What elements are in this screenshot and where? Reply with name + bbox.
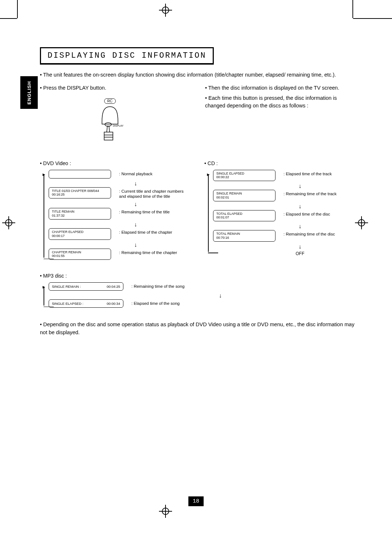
osd-box: TOTAL ELAPSED00:01:07 — [213, 210, 275, 222]
osd-desc: Elapsed time of the chapter — [119, 228, 172, 235]
crop-mark — [17, 0, 18, 18]
arrow-down-icon: ↓ — [244, 183, 356, 189]
loop-arrow-icon: ► — [40, 282, 49, 310]
osd-desc: Current title and chapter numbers and el… — [119, 187, 188, 200]
off-label: OFF — [244, 251, 356, 256]
remote-hand-icon: DISPLAY — [95, 104, 135, 147]
crop-mark — [353, 18, 392, 19]
arrow-down-icon: ↓ — [80, 242, 191, 248]
arrow-down-icon: ↓ — [244, 244, 356, 250]
osd-desc: Normal playback — [119, 170, 152, 177]
dvd-video-label: • DVD Video : — [40, 160, 191, 166]
osd-desc: Remaining time of the title — [119, 208, 170, 215]
remote-figure: RC DISPLAY — [95, 97, 135, 147]
section-title: DISPLAYING DISC INFORMATION — [40, 47, 214, 65]
arrow-down-icon: ↓ — [244, 204, 356, 209]
osd-box: TITLE 01/03 CHAPTER 008/04400:16:25 — [49, 187, 111, 199]
page-number: 18 — [188, 496, 204, 506]
osd-desc: Remaining time of the chapter — [119, 249, 177, 255]
osd-desc: Elapsed time of the disc — [283, 210, 330, 217]
cd-label: • CD : — [204, 160, 356, 166]
osd-box — [49, 170, 111, 179]
osd-desc: Elapsed time of the song — [131, 299, 180, 306]
crop-mark — [352, 0, 353, 18]
osd-box: CHAPTER ELAPSED00:00:17 — [49, 228, 111, 240]
arrow-down-icon: ↓ — [80, 201, 191, 207]
osd-desc: Remaining time of the disc — [283, 230, 335, 237]
crop-mark — [0, 18, 17, 19]
osd-box: SINGLE ELAPSED00:00:22 — [213, 170, 275, 181]
osd-box: SINGLE REMAIN :00:04:25 — [49, 282, 123, 291]
info-text-2: Each time this button is pressed, the di… — [205, 94, 356, 110]
rc-badge: RC — [104, 98, 116, 104]
osd-box: SINGLE ELAPSED :00:00:34 — [49, 299, 123, 308]
registration-mark-icon — [159, 4, 172, 17]
osd-desc: Remaining time of the song — [131, 282, 184, 289]
registration-mark-icon — [355, 216, 368, 229]
footnote-text: Depending on the disc and some operation… — [40, 321, 356, 337]
registration-mark-icon — [2, 216, 15, 229]
osd-box: TOTAL REMAIN00:70:16 — [213, 230, 275, 242]
info-text-1: Then the disc information is displayed o… — [205, 84, 356, 92]
loop-arrow-icon: ► — [40, 170, 49, 262]
osd-box: SINGLE REMAIN00:02:01 — [213, 190, 275, 201]
loop-arrow-icon: ► — [204, 170, 213, 256]
osd-desc: Remaining time of the track — [283, 190, 336, 197]
arrow-down-icon: ↓ — [85, 293, 356, 299]
language-label: ENGLISH — [26, 81, 32, 105]
svg-point-0 — [105, 123, 111, 126]
press-display-text: Press the DISPLAY button. — [40, 84, 191, 92]
language-tab: ENGLISH — [20, 76, 38, 109]
display-button-label: DISPLAY — [113, 124, 123, 127]
osd-box: TITLE REMAIN01:37:32 — [49, 208, 111, 220]
arrow-down-icon: ↓ — [80, 222, 191, 228]
intro-text: The unit features the on-screen display … — [40, 71, 356, 79]
mp3-label: • MP3 disc : — [40, 273, 356, 279]
arrow-down-icon: ↓ — [244, 224, 356, 229]
arrow-down-icon: ↓ — [80, 181, 191, 187]
osd-box: CHAPTER REMAIN00:01:55 — [49, 249, 111, 260]
registration-mark-icon — [159, 505, 172, 518]
osd-desc: Elapsed time of the track — [283, 170, 332, 177]
